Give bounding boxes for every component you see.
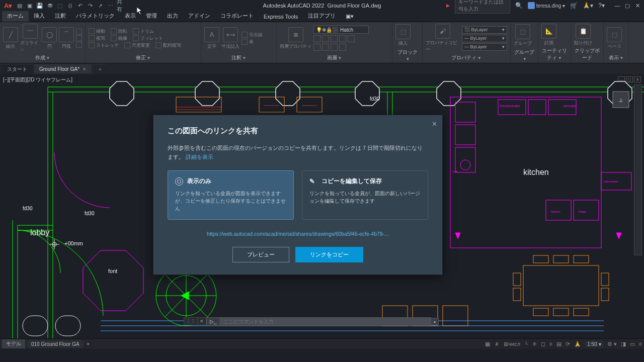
cmd-history-icon[interactable]: ▴	[431, 318, 439, 325]
filetab-active[interactable]: Ground Floor GA*✕	[34, 64, 92, 73]
panel-group-title[interactable]: グループ▼	[514, 48, 535, 63]
panel-modify-title[interactable]: 修正▼	[89, 53, 198, 63]
app-logo[interactable]: A▾	[2, 2, 14, 10]
tab-collaborate[interactable]: コラボレート	[215, 11, 259, 22]
panel-util-title[interactable]: ユーティリティ▼	[541, 46, 568, 63]
color-combo[interactable]: ⬛ ByLayer▾	[462, 26, 507, 34]
qat-plot-icon[interactable]: ⎙	[66, 2, 73, 9]
base-button[interactable]: ⬚ベース	[607, 27, 622, 50]
sb-clean-icon[interactable]: ▭	[630, 341, 635, 347]
maximize-icon[interactable]: ▢	[624, 3, 631, 9]
panel-block-title[interactable]: ブロック▼	[395, 48, 419, 63]
layout-tab[interactable]: 010 Ground Floor GA	[27, 340, 84, 348]
line-button[interactable]: ╱線分	[3, 27, 18, 50]
tab-parametric[interactable]: パラメトリック	[71, 11, 120, 22]
dim-button[interactable]: ⟷寸法記入	[221, 27, 239, 50]
group-button[interactable]: ⬚グループ	[514, 24, 532, 47]
tab-featured[interactable]: 注目アプリ	[303, 11, 341, 22]
filetab-new-icon[interactable]: ＋	[94, 64, 107, 74]
modelspace-tab[interactable]: モデル	[2, 339, 25, 348]
help-icon[interactable]: ?▾	[598, 2, 605, 9]
sb-anno-icon[interactable]: 🙏	[574, 341, 581, 347]
sb-lwt-icon[interactable]: ≡	[549, 341, 552, 347]
panel-props-title[interactable]: プロパティ▼	[426, 53, 507, 63]
tab-home[interactable]: ホーム	[2, 11, 29, 22]
share-url[interactable]: https://web.autocad.com/acad/me/sid/shar…	[168, 231, 428, 237]
sb-gear-icon[interactable]: ⚙ ▾	[607, 341, 617, 347]
option-edit-copy[interactable]: コピーを編集して保存 リンクを知っている全員が、図面の新しいバージョンを編集して…	[302, 170, 428, 220]
qat-saveas-icon[interactable]: ⛃	[46, 2, 53, 9]
layerprops-button[interactable]: ≣画層プロパティ	[280, 27, 311, 50]
qat-undo-icon[interactable]: ↶	[76, 2, 84, 9]
tab-express[interactable]: Express Tools	[259, 12, 303, 22]
tab-insert[interactable]: 挿入	[29, 11, 50, 22]
cmd-handle-icon[interactable]: ⋮⋮	[184, 317, 198, 325]
measure-button[interactable]: 📐計測	[541, 24, 556, 46]
paste-button[interactable]: 📋貼り付け	[574, 24, 592, 46]
arc-button[interactable]: ⌒円弧	[59, 27, 74, 50]
cmd-close-icon[interactable]: ✕	[198, 317, 206, 325]
lweight-combo[interactable]: — ByLayer▾	[462, 35, 507, 42]
sb-osnap-icon[interactable]: ◻	[541, 341, 545, 347]
matchprops-button[interactable]: 🖌プロパティコピー	[426, 24, 460, 53]
qat-share2-icon[interactable]: 共有	[117, 2, 124, 9]
sb-iso-icon[interactable]: ◨	[621, 341, 626, 347]
stretch-button[interactable]: ストレッチ 尺度変更 配列複写	[89, 42, 198, 49]
preview-button[interactable]: プレビュー	[232, 247, 289, 262]
leader-button[interactable]: 引出線	[242, 32, 263, 38]
block-insert-button[interactable]: ⬚挿入	[395, 24, 411, 47]
sb-trans-icon[interactable]: ▤	[556, 341, 561, 347]
panel-draw-title[interactable]: 作成▼	[3, 53, 82, 63]
sb-ortho-icon[interactable]: └	[524, 341, 528, 347]
sb-polar-icon[interactable]: ✳	[532, 341, 537, 347]
sb-model-icon[interactable]: ▦	[485, 341, 490, 347]
viewcube[interactable]: 上	[609, 87, 633, 112]
cmd-input[interactable]	[220, 317, 431, 326]
user-menu[interactable]: teresa.ding ▾	[528, 2, 565, 9]
tab-manage[interactable]: 管理	[141, 11, 162, 22]
dialog-close-icon[interactable]: ✕	[432, 120, 437, 128]
ltype-combo[interactable]: — ByLayer▾	[462, 43, 507, 51]
copy-button[interactable]: 複写 鏡像 フィレット	[89, 35, 198, 42]
qat-new-icon[interactable]: ▤	[16, 2, 23, 9]
tab-overflow-icon[interactable]: ▣▾	[341, 12, 359, 22]
svg-rect-27	[574, 255, 589, 263]
sb-custom-icon[interactable]: ≡	[639, 341, 642, 347]
qat-open-icon[interactable]: ▣	[26, 2, 33, 9]
zoom-combo[interactable]: 1:50 ▾	[585, 341, 603, 347]
qat-more-icon[interactable]: ⋯	[107, 2, 114, 9]
qat-share-icon[interactable]: ➚	[97, 2, 104, 9]
panel-view-title[interactable]: 表示▼	[607, 53, 625, 63]
polyline-button[interactable]: 〰ポリライン	[20, 24, 40, 53]
copy-link-button[interactable]: リンクをコピー	[295, 247, 363, 262]
sb-grid-icon[interactable]: ＃	[494, 340, 500, 348]
apps-icon[interactable]: 🙏▾	[583, 2, 593, 9]
search-input[interactable]: キーワードまたは語句を入力	[455, 0, 510, 14]
option-view-only[interactable]: 表示のみ リンクを知っている全員が図面を表示できますが、コピーを修正したり保存す…	[168, 170, 294, 220]
qat-web-icon[interactable]: ⬚	[56, 2, 63, 9]
panel-annot-title[interactable]: 注釈▼	[204, 53, 273, 63]
cart-icon[interactable]: 🛒	[570, 2, 578, 9]
qat-redo-icon[interactable]: ↷	[87, 2, 94, 9]
minimize-icon[interactable]: —	[614, 3, 621, 9]
tab-addins[interactable]: アドイン	[183, 11, 215, 22]
table-button[interactable]: 表	[242, 39, 263, 45]
panel-layers-title[interactable]: 画層▼	[280, 53, 389, 63]
tab-annotate[interactable]: 注釈	[50, 11, 71, 22]
close-icon[interactable]: ✕	[634, 3, 641, 9]
layout-add-icon[interactable]: ＋	[86, 340, 91, 347]
filetab-start[interactable]: スタート	[2, 64, 32, 74]
text-button[interactable]: A文字	[204, 27, 219, 50]
nav-bar[interactable]	[634, 84, 642, 255]
circle-button[interactable]: ◯円	[42, 27, 57, 50]
layer-combo[interactable]: 💡❄🔒⬛ Hatch	[313, 26, 369, 34]
command-line[interactable]: ⋮⋮ ✕ ▷_ ▴	[184, 316, 439, 326]
filetab-close-icon[interactable]: ✕	[83, 67, 87, 72]
move-button[interactable]: 移動 回転 トリム	[89, 28, 198, 35]
tab-output[interactable]: 出力	[162, 11, 183, 22]
details-link[interactable]: 詳細を表示	[186, 154, 213, 160]
qat-save-icon[interactable]: 💾	[36, 2, 43, 9]
search-icon[interactable]: 🔍	[515, 2, 523, 9]
sb-cycle-icon[interactable]: ⟳	[566, 341, 570, 347]
sb-snap-icon[interactable]: ⊞числ	[504, 341, 520, 347]
